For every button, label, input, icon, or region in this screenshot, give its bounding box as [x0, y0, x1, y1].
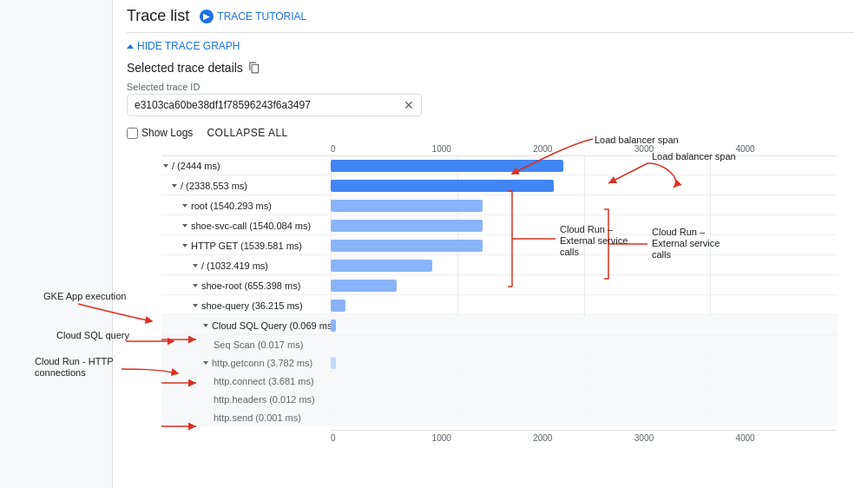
trace-id-input-wrapper: ✕ [127, 94, 422, 116]
chevron-down-icon [182, 204, 187, 208]
span-name: shoe-query (36.215 ms) [201, 300, 303, 311]
span-row[interactable]: Seq Scan (0.017 ms) [161, 336, 837, 353]
show-logs-label: Show Logs [141, 127, 193, 139]
span-name: HTTP GET (1539.581 ms) [191, 241, 302, 251]
axis-0: 0 [331, 144, 432, 154]
span-row[interactable]: shoe-svc-call (1540.084 ms) [161, 216, 837, 235]
tutorial-label: TRACE TUTORIAL [217, 10, 306, 23]
hide-graph-link[interactable]: HIDE TRACE GRAPH [127, 40, 854, 52]
span-row[interactable]: http.send (0.001 ms) [161, 409, 837, 426]
span-row[interactable]: Cloud SQL Query (0.069 ms) [161, 316, 837, 335]
span-row[interactable]: http.headers (0.012 ms) [161, 391, 837, 408]
chevron-down-icon [193, 284, 198, 287]
page-title: Trace list [127, 7, 189, 25]
span-row[interactable]: http.connect (3.681 ms) [161, 373, 837, 390]
bottom-axis-2000: 2000 [533, 433, 635, 443]
bottom-axis-3000: 3000 [635, 433, 736, 443]
span-row[interactable]: root (1540.293 ms) [161, 196, 837, 215]
show-logs-input[interactable] [127, 128, 138, 139]
axis-2000: 2000 [533, 144, 635, 154]
span-row[interactable]: / (2338.553 ms) [161, 176, 837, 195]
span-row[interactable]: / (2444 ms) [161, 156, 837, 175]
span-name: root (1540.293 ms) [191, 201, 272, 211]
bottom-axis-0: 0 [331, 433, 432, 443]
chevron-down-icon [172, 184, 177, 188]
clear-icon[interactable]: ✕ [404, 98, 414, 112]
chevron-down-icon [193, 304, 198, 307]
top-axis: 0 1000 2000 3000 4000 [331, 144, 837, 154]
span-name: / (1032.419 ms) [201, 260, 268, 271]
trace-id-input[interactable] [135, 99, 404, 111]
span-name: / (2444 ms) [172, 161, 220, 171]
hide-graph-label: HIDE TRACE GRAPH [137, 40, 240, 52]
trace-tutorial-link[interactable]: ▶ TRACE TUTORIAL [200, 10, 306, 23]
span-name: http.connect (3.681 ms) [214, 376, 314, 386]
trace-id-label: Selected trace ID [127, 82, 854, 92]
bottom-axis-1000: 1000 [432, 433, 534, 443]
spans-container: / (2444 ms) / (2338.553 ms) [161, 155, 837, 426]
axis-4000: 4000 [735, 144, 837, 154]
bottom-axis: 0 1000 2000 3000 4000 [331, 430, 837, 443]
span-name: shoe-root (655.398 ms) [201, 280, 300, 291]
section-title-text: Selected trace details [127, 61, 243, 75]
trace-viewer: Load balancer span Cloud Run – External … [161, 144, 837, 443]
span-name: Cloud SQL Query (0.069 ms) [212, 320, 331, 331]
chevron-down-icon [182, 224, 187, 228]
chevron-down-icon [163, 164, 168, 168]
page-wrapper: Trace list ▶ TRACE TUTORIAL HIDE TRACE G… [0, 0, 868, 488]
trace-id-container: Selected trace ID ✕ [127, 82, 854, 116]
sidebar [0, 0, 113, 488]
copy-icon[interactable] [248, 61, 262, 75]
span-name: / (2338.553 ms) [181, 181, 247, 191]
span-row[interactable]: shoe-query (36.215 ms) [161, 296, 837, 315]
chevron-down-icon [203, 324, 208, 327]
span-name: http.headers (0.012 ms) [214, 394, 315, 405]
span-name: http.send (0.001 ms) [214, 412, 301, 423]
span-row[interactable]: / (1032.419 ms) [161, 256, 837, 275]
show-logs-checkbox[interactable]: Show Logs [127, 127, 193, 139]
span-row[interactable]: http.getconn (3.782 ms) [161, 354, 837, 372]
span-row[interactable]: shoe-root (655.398 ms) [161, 276, 837, 295]
span-row[interactable]: HTTP GET (1539.581 ms) [161, 236, 837, 255]
section-title: Selected trace details [127, 61, 854, 75]
bottom-axis-4000: 4000 [735, 433, 837, 443]
trace-controls: Show Logs COLLAPSE ALL [127, 127, 854, 139]
span-name: Seq Scan (0.017 ms) [214, 340, 303, 350]
span-name: http.getconn (3.782 ms) [212, 358, 312, 368]
axis-1000: 1000 [432, 144, 534, 154]
span-name: shoe-svc-call (1540.084 ms) [191, 221, 311, 231]
header: Trace list ▶ TRACE TUTORIAL [127, 7, 854, 33]
chevron-down-icon [203, 361, 208, 365]
tutorial-icon: ▶ [200, 10, 214, 23]
main-content: Trace list ▶ TRACE TUTORIAL HIDE TRACE G… [113, 0, 868, 488]
chevron-down-icon [193, 264, 198, 267]
chevron-down-icon [182, 244, 187, 247]
axis-3000: 3000 [635, 144, 736, 154]
chevron-up-icon [127, 44, 134, 49]
collapse-all-button[interactable]: COLLAPSE ALL [207, 127, 287, 139]
